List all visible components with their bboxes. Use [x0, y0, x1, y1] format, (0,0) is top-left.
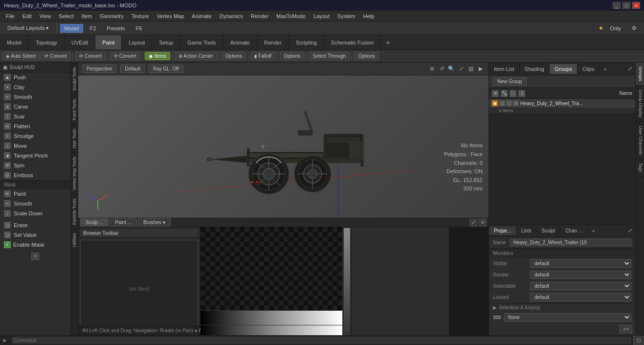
tab-uvedit[interactable]: UVEdit: [65, 35, 95, 49]
tab-paint[interactable]: Paint: [95, 35, 122, 49]
right-expand-button[interactable]: ⤢: [625, 64, 635, 74]
falloff-button[interactable]: ◖ Falloff: [250, 52, 275, 60]
minimize-button[interactable]: _: [613, 2, 621, 9]
tool-erase[interactable]: ◻ Erase: [0, 220, 70, 230]
vert-tab-paint-tools[interactable]: Paint Tools: [71, 94, 78, 124]
settings-button[interactable]: ⚙: [627, 23, 641, 33]
close-button[interactable]: ✕: [632, 2, 640, 9]
props-next-button[interactable]: >>: [620, 325, 632, 333]
locked-select[interactable]: default: [530, 293, 631, 301]
group-item[interactable]: ◉ ◻ □ ℹ Heavy_Duty_2_Wheel_Tra...: [489, 99, 635, 108]
enable-mask-checkbox[interactable]: ✓: [4, 241, 11, 248]
tool-spin[interactable]: ↺ Spin: [0, 161, 70, 170]
selection-keying-section[interactable]: ▶ Selection & Keying: [489, 303, 635, 312]
grp-wrench-icon[interactable]: 🔧: [501, 90, 508, 97]
menu-system[interactable]: System: [333, 12, 359, 20]
menu-help[interactable]: Help: [359, 12, 378, 20]
collapse-button[interactable]: »: [31, 253, 39, 260]
tool-push[interactable]: ▲ Push: [0, 72, 70, 82]
menu-view[interactable]: View: [36, 12, 55, 20]
menu-vertex-map[interactable]: Vertex Map: [153, 12, 188, 20]
convert-btn-2[interactable]: ⟳ Convert: [75, 52, 106, 60]
vp-icon-3[interactable]: 🔍: [447, 65, 455, 73]
add-right-tab-button[interactable]: +: [600, 64, 610, 74]
menu-animate[interactable]: Animate: [188, 12, 215, 20]
add-tab-button[interactable]: +: [381, 35, 395, 49]
vert-tab-vertex-map-tools[interactable]: Vertex Map Tools: [71, 152, 78, 194]
tab-game-tools[interactable]: Game Tools: [180, 35, 223, 49]
strip-bar[interactable]: [344, 228, 350, 335]
vp-icon-4[interactable]: ⤢: [457, 65, 465, 73]
sel-keying-select[interactable]: None: [504, 313, 631, 322]
menu-select[interactable]: Select: [55, 12, 78, 20]
tab-render[interactable]: Render: [257, 35, 289, 49]
auto-select-button[interactable]: ◈ Auto Select: [2, 52, 40, 60]
tab-model-main[interactable]: Model: [0, 35, 29, 49]
grp-box-icon[interactable]: □: [510, 90, 516, 97]
menu-dynamics[interactable]: Dynamics: [216, 12, 247, 20]
tab-f6[interactable]: F6: [132, 24, 147, 33]
tool-smooth-mask[interactable]: ~ Smooth: [0, 199, 70, 208]
menu-item[interactable]: Item: [78, 12, 96, 20]
vert-tab-hair-tools[interactable]: Hair Tools: [71, 124, 78, 152]
expand-btn[interactable]: ⤢: [469, 219, 477, 227]
right-tab-clips[interactable]: Clips: [577, 64, 600, 74]
right-tab-shading[interactable]: Shading: [520, 64, 550, 74]
far-right-tab-groups[interactable]: Groups: [636, 63, 644, 86]
menu-file[interactable]: File: [2, 12, 19, 20]
perspective-dropdown[interactable]: Perspective: [82, 65, 116, 73]
tab-model[interactable]: Model: [60, 24, 84, 33]
menu-maxtomodo[interactable]: MaxToModo: [272, 12, 310, 20]
menu-layout[interactable]: Layout: [310, 12, 333, 20]
items-button[interactable]: ◉ Items: [145, 52, 170, 60]
close-btn[interactable]: ✕: [479, 219, 487, 227]
vp-icon-6[interactable]: ▶: [477, 65, 485, 73]
tool-smudge[interactable]: ≈ Smudge: [0, 131, 70, 141]
btm-tab-sculpt[interactable]: Sculp ...: [80, 218, 109, 227]
tab-scripting[interactable]: Scripting: [289, 35, 324, 49]
options-btn-2[interactable]: Options: [280, 52, 304, 60]
props-expand-button[interactable]: ⤢: [625, 226, 635, 235]
grp-info-icon[interactable]: ℹ: [518, 90, 525, 97]
vert-tab-sculpt-tools[interactable]: Sculpt Tools: [71, 63, 78, 94]
command-input[interactable]: [12, 337, 631, 344]
menu-render[interactable]: Render: [247, 12, 272, 20]
new-group-button[interactable]: New Group: [493, 77, 527, 86]
convert-btn-1[interactable]: ⟳ Convert: [41, 52, 71, 60]
tool-set-value[interactable]: ◻ Set Value: [0, 230, 70, 240]
viewport-3d[interactable]: + No Items Polygons : Face Channels: 0 D…: [78, 75, 489, 218]
btm-tab-paint[interactable]: Paint ...: [110, 218, 137, 227]
btm-tab-brushes[interactable]: Brushes ▾: [138, 218, 170, 227]
tab-presets[interactable]: Presets: [102, 24, 129, 33]
default-layouts-dropdown[interactable]: Default Layouts ▾: [3, 23, 54, 33]
command-submit-button[interactable]: ⊙: [633, 336, 644, 345]
tool-smooth[interactable]: ~ Smooth: [0, 92, 70, 102]
convert-btn-3[interactable]: ⟳ Convert: [110, 52, 140, 60]
maximize-button[interactable]: □: [622, 2, 630, 9]
tab-setup[interactable]: Setup: [152, 35, 180, 49]
right-tab-groups[interactable]: Groups: [550, 64, 577, 74]
tool-carve[interactable]: ∧ Carve: [0, 102, 70, 112]
far-right-tab-user-channels[interactable]: User Channels: [636, 122, 644, 160]
tool-flatten[interactable]: ═ Flatten: [0, 121, 70, 131]
menu-edit[interactable]: Edit: [19, 12, 36, 20]
tab-animate[interactable]: Animate: [223, 35, 257, 49]
only-label[interactable]: Only: [605, 24, 625, 33]
tool-emboss[interactable]: ⊙ Emboss: [0, 170, 70, 180]
vert-tab-particle-tools[interactable]: Particle Tools: [71, 194, 78, 229]
add-props-tab-button[interactable]: +: [588, 227, 599, 235]
visible-select[interactable]: default: [530, 259, 631, 268]
options-btn-3[interactable]: Options: [354, 52, 378, 60]
props-tab-properties[interactable]: Prope...: [489, 227, 516, 235]
menu-geometry[interactable]: Geometry: [96, 12, 127, 20]
vp-icon-1[interactable]: ⊕: [428, 65, 436, 73]
tool-move[interactable]: ↕ Move: [0, 141, 70, 151]
tool-tangent-pinch[interactable]: ◈ Tangent Pinch: [0, 151, 70, 161]
far-right-tab-tags[interactable]: Tags: [636, 159, 644, 177]
grp-eye-icon[interactable]: 👁: [492, 90, 499, 97]
vp-icon-2[interactable]: ↺: [438, 65, 445, 73]
action-center-button[interactable]: ⊕ Action Center: [175, 52, 217, 60]
tab-topology[interactable]: Topology: [29, 35, 65, 49]
tab-f2[interactable]: F2: [85, 24, 100, 33]
tool-paint[interactable]: ✏ Paint: [0, 189, 70, 199]
